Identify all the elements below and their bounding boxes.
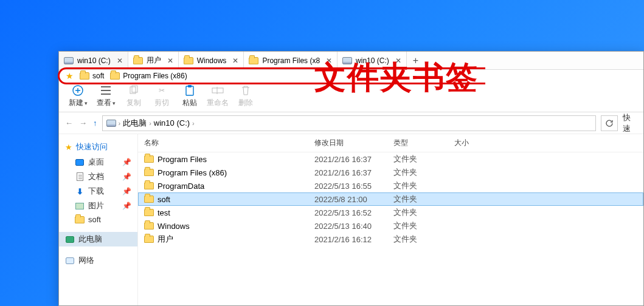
tab-label: win10 (C:) <box>356 56 389 65</box>
crumb-drive[interactable]: win10 (C:) <box>154 118 190 127</box>
folder-icon <box>75 216 85 223</box>
file-list: 名称 修改日期 类型 大小 Program Files2021/2/16 16:… <box>138 134 643 305</box>
file-date: 2021/2/16 16:12 <box>314 235 393 244</box>
crumb-thispc[interactable]: 此电脑 <box>123 118 147 129</box>
plus-circle-icon <box>72 84 84 97</box>
sidebar: ★ 快速访问 桌面📌 文档📌 ⬇下载📌 图片📌 soft 此电脑 网络 <box>59 134 138 305</box>
rename-icon <box>212 84 224 97</box>
sidebar-network[interactable]: 网络 <box>59 253 137 268</box>
file-date: 2022/5/13 16:55 <box>314 182 393 191</box>
table-row[interactable]: test2022/5/13 16:52文件夹 <box>138 206 643 219</box>
file-type: 文件夹 <box>393 154 454 165</box>
close-icon[interactable]: ✕ <box>326 56 332 65</box>
file-name: Program Files <box>158 155 207 164</box>
sidebar-item-downloads[interactable]: ⬇下载📌 <box>59 184 137 199</box>
new-button[interactable]: 新建▾ <box>65 84 91 108</box>
star-icon: ★ <box>65 143 72 152</box>
bookmark-soft[interactable]: soft <box>80 72 104 80</box>
table-row[interactable]: 用户2021/2/16 16:12文件夹 <box>138 233 643 246</box>
close-icon[interactable]: ✕ <box>232 56 238 65</box>
drive-icon <box>106 120 116 127</box>
bookmarks-bar: ★ soft Program Files (x86) <box>58 67 485 84</box>
file-name: soft <box>158 195 170 204</box>
folder-icon <box>144 195 154 203</box>
trash-icon <box>240 84 252 97</box>
sidebar-item-desktop[interactable]: 桌面📌 <box>59 155 137 169</box>
up-button[interactable]: ↑ <box>93 118 97 127</box>
folder-icon <box>144 209 154 216</box>
refresh-button[interactable] <box>601 115 618 131</box>
paste-button[interactable]: 粘贴 <box>177 84 203 108</box>
folder-icon <box>144 169 154 176</box>
file-name: 用户 <box>158 234 173 245</box>
copy-button[interactable]: 复制 <box>121 84 147 108</box>
file-type: 文件夹 <box>393 220 454 231</box>
sidebar-quick-access[interactable]: ★ 快速访问 <box>59 139 137 155</box>
svg-rect-3 <box>186 86 193 95</box>
sidebar-item-pictures[interactable]: 图片📌 <box>59 199 137 213</box>
view-button[interactable]: 查看▾ <box>93 84 119 108</box>
file-type: 文件夹 <box>393 234 454 245</box>
pc-icon <box>66 236 74 243</box>
table-row[interactable]: soft2022/5/8 21:00文件夹 <box>138 192 643 206</box>
folder-icon <box>80 72 89 80</box>
col-date[interactable]: 修改日期 <box>314 138 393 148</box>
back-button[interactable]: ← <box>65 118 73 127</box>
tab-label: Program Files (x8 <box>262 56 320 65</box>
scissors-icon: ✂ <box>156 84 168 97</box>
chevron-down-icon: ▾ <box>113 100 116 106</box>
tab-label: Windows <box>197 56 227 65</box>
file-type: 文件夹 <box>393 167 454 178</box>
sidebar-item-documents[interactable]: 文档📌 <box>59 169 137 184</box>
tab-4[interactable]: win10 (C:) ✕ <box>338 52 407 69</box>
file-name: Windows <box>158 222 190 231</box>
sidebar-item-soft[interactable]: soft <box>59 213 137 226</box>
folder-icon <box>144 222 154 229</box>
table-row[interactable]: Program Files (x86)2021/2/16 16:37文件夹 <box>138 166 643 179</box>
document-icon <box>77 172 83 181</box>
address-bar: ← → ↑ › 此电脑 › win10 (C:) › 快速 <box>59 112 643 134</box>
bookmark-program-files-x86[interactable]: Program Files (x86) <box>110 72 187 80</box>
rename-button[interactable]: 重命名 <box>205 84 230 108</box>
drive-icon <box>64 57 74 64</box>
table-row[interactable]: Program Files2021/2/16 16:37文件夹 <box>138 152 643 166</box>
sidebar-this-pc[interactable]: 此电脑 <box>59 232 137 246</box>
table-row[interactable]: Windows2022/5/13 16:40文件夹 <box>138 219 643 233</box>
search-label[interactable]: 快速 <box>623 112 637 134</box>
table-row[interactable]: ProgramData2022/5/13 16:55文件夹 <box>138 179 643 192</box>
pin-icon: 📌 <box>122 158 131 166</box>
file-date: 2022/5/13 16:52 <box>314 208 393 217</box>
file-type: 文件夹 <box>393 207 454 218</box>
close-icon[interactable]: ✕ <box>395 56 401 65</box>
file-name: ProgramData <box>158 182 204 191</box>
column-headers: 名称 修改日期 类型 大小 <box>138 134 643 152</box>
tab-0[interactable]: win10 (C:) ✕ <box>59 52 128 69</box>
forward-button[interactable]: → <box>79 118 87 127</box>
new-tab-button[interactable]: + <box>407 55 424 66</box>
drive-icon <box>342 57 352 64</box>
file-type: 文件夹 <box>393 194 454 205</box>
folder-icon <box>133 57 143 64</box>
close-icon[interactable]: ✕ <box>117 56 123 65</box>
folder-icon <box>144 236 154 243</box>
network-icon <box>66 257 74 264</box>
chevron-down-icon: ▾ <box>85 100 88 106</box>
delete-button[interactable]: 删除 <box>233 84 258 108</box>
col-size[interactable]: 大小 <box>454 138 491 148</box>
col-type[interactable]: 类型 <box>393 138 454 148</box>
cut-button[interactable]: ✂ 剪切 <box>149 84 175 108</box>
tab-1[interactable]: 用户 ✕ <box>128 52 179 69</box>
breadcrumb[interactable]: › 此电脑 › win10 (C:) › <box>102 115 597 131</box>
tab-2[interactable]: Windows ✕ <box>179 52 244 69</box>
col-name[interactable]: 名称 <box>144 138 314 148</box>
close-icon[interactable]: ✕ <box>167 56 173 65</box>
bookmark-label: Program Files (x86) <box>123 72 187 80</box>
folder-icon <box>110 72 120 80</box>
star-icon: ★ <box>66 71 74 81</box>
tab-3[interactable]: Program Files (x8 ✕ <box>244 52 338 69</box>
file-date: 2022/5/8 21:00 <box>314 195 393 204</box>
pin-icon: 📌 <box>122 187 131 195</box>
file-type: 文件夹 <box>393 180 454 191</box>
svg-rect-4 <box>188 85 192 87</box>
copy-icon <box>128 84 140 97</box>
